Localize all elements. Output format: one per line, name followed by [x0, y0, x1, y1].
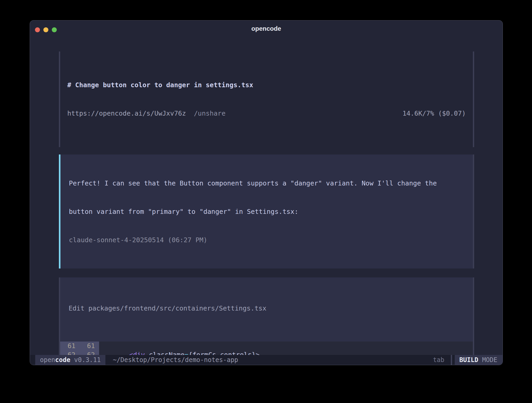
tool-call-title: Edit packages/frontend/src/containers/Se… [60, 304, 473, 313]
model-timestamp: claude-sonnet-4-20250514 (06:27 PM) [69, 235, 464, 245]
header-left-rule [59, 51, 60, 147]
session-header: # Change button color to danger in setti… [59, 51, 474, 147]
share-url-link[interactable]: https://opencode.ai/s/UwJxv76z [67, 109, 186, 118]
app-name-suffix: code [55, 355, 70, 365]
session-meta: https://opencode.ai/s/UwJxv76z /unshare … [67, 109, 466, 118]
header-right-rule [473, 51, 474, 147]
diff-row: 6161 [60, 342, 473, 350]
tab-key-hint[interactable]: tab [433, 355, 444, 365]
mode-secondary: MODE [478, 355, 497, 365]
app-version: v0.3.11 [70, 355, 101, 365]
mode-divider [451, 355, 452, 365]
message-text: Perfect! I can see that the Button compo… [69, 179, 464, 188]
edit-tool-call: Edit packages/frontend/src/containers/Se… [59, 277, 474, 365]
window-title: opencode [30, 25, 503, 32]
app-version-badge: opencode v0.3.11 [35, 355, 105, 365]
opencode-window: opencode # Change button color to danger… [30, 20, 503, 365]
titlebar: opencode [30, 20, 503, 36]
assistant-message: Perfect! I can see that the Button compo… [59, 154, 474, 268]
unshare-command[interactable]: /unshare [194, 109, 226, 118]
app-name-prefix: open [40, 355, 55, 365]
working-directory: ~/Desktop/Projects/demo-notes-app [113, 355, 238, 365]
context-usage-stats: 14.6K/7% ($0.07) [402, 109, 466, 118]
status-bar: opencode v0.3.11 ~/Desktop/Projects/demo… [30, 355, 503, 365]
session-title: # Change button color to danger in setti… [67, 80, 466, 90]
mode-primary: BUILD [459, 355, 478, 365]
mode-badge[interactable]: BUILD MODE [455, 355, 503, 365]
message-text: button variant from "primary" to "danger… [69, 207, 464, 216]
